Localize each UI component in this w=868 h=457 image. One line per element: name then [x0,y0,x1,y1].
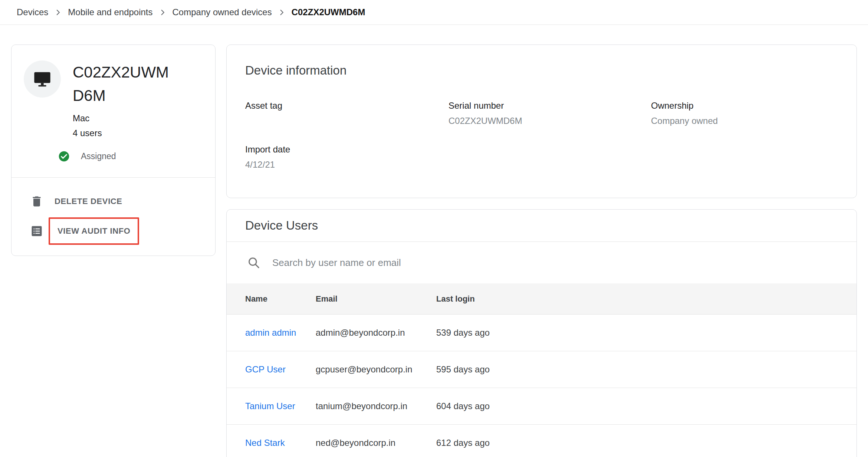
field-label: Asset tag [245,101,448,111]
field-value: Company owned [651,116,838,126]
detail-column: Device information Asset tag Serial numb… [226,45,857,457]
user-email: admin@beyondcorp.in [316,328,436,338]
breadcrumb: Devices Mobile and endpoints Company own… [0,0,868,25]
field-value [245,116,448,126]
device-actions: DELETE DEVICE [11,178,215,256]
breadcrumb-item-devices[interactable]: Devices [17,7,48,17]
chevron-right-icon [277,7,287,17]
field-ownership: Ownership Company owned [651,101,838,126]
check-circle-icon [58,150,70,162]
device-title: C02ZX2UWMD6M [73,60,174,107]
device-avatar [24,60,61,98]
chevron-right-icon [53,7,63,17]
user-name-link[interactable]: Tanium User [245,401,316,411]
view-audit-info-button[interactable]: VIEW AUDIT INFO [11,216,215,246]
user-email: gcpuser@beyondcorp.in [316,364,436,375]
desktop-monitor-icon [33,69,52,89]
user-search-input[interactable] [272,257,838,269]
field-label: Ownership [651,101,838,111]
search-icon [247,256,261,270]
field-label: Import date [245,144,448,155]
device-status: Assigned [58,150,205,162]
column-header-last-login: Last login [436,294,838,304]
device-profile: C02ZX2UWMD6M Mac 4 users Assigned [11,45,215,177]
breadcrumb-item-current-device: C02ZX2UWMD6M [292,7,365,17]
field-serial-number: Serial number C02ZX2UWMD6M [448,101,651,126]
table-row: Tanium User tanium@beyondcorp.in 604 day… [227,388,857,424]
delete-device-button[interactable]: DELETE DEVICE [11,187,215,216]
view-audit-info-label: VIEW AUDIT INFO [57,226,130,236]
device-summary-card: C02ZX2UWMD6M Mac 4 users Assigned [11,45,216,256]
users-table-header: Name Email Last login [227,283,857,314]
annotation-highlight: VIEW AUDIT INFO [49,217,139,245]
breadcrumb-item-company-owned[interactable]: Company owned devices [172,7,272,17]
status-badge: Assigned [81,151,116,161]
page: Devices Mobile and endpoints Company own… [0,0,868,457]
device-information-fields: Asset tag Serial number C02ZX2UWMD6M Own… [245,101,838,170]
user-email: tanium@beyondcorp.in [316,401,436,411]
table-row: GCP User gcpuser@beyondcorp.in 595 days … [227,351,857,388]
trash-icon [30,195,43,208]
device-information-card: Device information Asset tag Serial numb… [226,45,857,198]
field-label: Serial number [448,101,651,111]
user-name-link[interactable]: GCP User [245,364,316,375]
table-row: Ned Stark ned@beyondcorp.in 612 days ago [227,424,857,457]
field-asset-tag: Asset tag [245,101,448,126]
device-platform: Mac [73,113,174,124]
breadcrumb-item-mobile-endpoints[interactable]: Mobile and endpoints [68,7,152,17]
device-information-title: Device information [245,63,838,78]
main-content: C02ZX2UWMD6M Mac 4 users Assigned [0,25,868,457]
column-header-email: Email [316,294,436,304]
user-last-login: 612 days ago [436,438,838,448]
user-name-link[interactable]: admin admin [245,328,316,338]
column-header-name: Name [245,294,316,304]
field-value: 4/12/21 [245,160,448,170]
field-import-date: Import date 4/12/21 [245,144,448,170]
user-last-login: 604 days ago [436,401,838,411]
device-users-header: Device Users [227,210,857,242]
user-last-login: 595 days ago [436,364,838,375]
device-users-title: Device Users [245,218,318,233]
user-last-login: 539 days ago [436,328,838,338]
device-users-count: 4 users [73,128,174,138]
user-email: ned@beyondcorp.in [316,438,436,448]
device-users-card: Device Users Name Email Last login admin… [226,209,857,457]
delete-device-label: DELETE DEVICE [55,197,122,206]
field-value: C02ZX2UWMD6M [448,116,651,126]
audit-list-icon [30,224,43,238]
user-search-bar [227,242,857,283]
table-row: admin admin admin@beyondcorp.in 539 days… [227,314,857,351]
chevron-right-icon [158,7,168,17]
user-name-link[interactable]: Ned Stark [245,438,316,448]
